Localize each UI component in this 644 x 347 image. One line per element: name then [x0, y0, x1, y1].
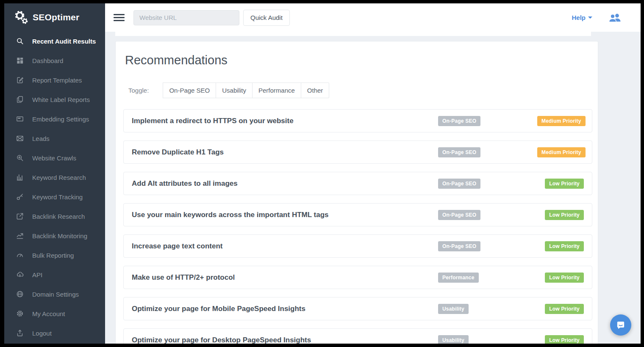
recommendation-title: Implement a redirect to HTTPS on your we…: [132, 117, 438, 125]
sidebar-item-label: Website Crawls: [32, 154, 76, 162]
keyword-research-icon: [16, 173, 24, 182]
recommendations-list: Implement a redirect to HTTPS on your we…: [123, 109, 591, 344]
domain-icon: [16, 290, 24, 298]
page-title: Recommendations: [125, 52, 591, 68]
content-area: Recommendations Toggle: On-Page SEO Usab…: [105, 32, 641, 344]
recommendation-title: Add Alt attributes to all images: [132, 179, 438, 188]
category-badge: Usability: [438, 335, 469, 344]
main-column: Quick Audit Help: [105, 3, 641, 344]
sidebar-item[interactable]: White Label Reports: [4, 90, 105, 109]
report-templates-icon: [16, 76, 24, 84]
priority-badge: Medium Priority: [537, 147, 586, 157]
chat-bubble-icon: [615, 319, 626, 330]
sidebar-item-label: Embedding Settings: [32, 116, 89, 123]
chat-bubble-button[interactable]: [610, 314, 631, 336]
sidebar-item-label: API: [32, 271, 42, 278]
help-label: Help: [572, 14, 586, 21]
category-toggle-button[interactable]: Performance: [252, 83, 301, 98]
recommendation-title: Make use of HTTP/2+ protocol: [132, 273, 438, 282]
recommendation-card[interactable]: Make use of HTTP/2+ protocol Performance…: [123, 266, 592, 289]
category-badge: Usability: [438, 304, 469, 314]
recommendation-card[interactable]: Add Alt attributes to all images On-Page…: [123, 172, 592, 195]
help-menu[interactable]: Help: [572, 14, 592, 21]
dashboard-icon: [16, 56, 24, 65]
sidebar-item[interactable]: Leads: [4, 129, 105, 148]
sidebar-item[interactable]: Recent Audit Results: [4, 31, 105, 51]
sidebar-item[interactable]: Report Templates: [4, 70, 105, 90]
sidebar-item[interactable]: Backlink Monitoring: [4, 226, 105, 245]
category-badge: On-Page SEO: [438, 116, 480, 126]
bulk-reporting-icon: [16, 251, 24, 259]
recommendation-card[interactable]: Use your main keywords across the import…: [123, 203, 592, 226]
quick-audit-button[interactable]: Quick Audit: [243, 10, 290, 26]
sidebar-item[interactable]: Bulk Reporting: [4, 245, 105, 265]
sidebar-item[interactable]: Embedding Settings: [4, 109, 105, 129]
logout-icon: [16, 329, 24, 337]
priority-badge: Low Priority: [545, 273, 584, 283]
sidebar-item[interactable]: My Account: [4, 304, 105, 323]
sidebar-item-label: Backlink Monitoring: [32, 232, 87, 240]
sidebar-item[interactable]: Domain Settings: [4, 284, 105, 304]
recommendation-title: Use your main keywords across the import…: [132, 211, 438, 219]
sidebar-item-label: Bulk Reporting: [32, 252, 74, 259]
recommendation-card[interactable]: Implement a redirect to HTTPS on your we…: [123, 109, 592, 132]
recommendation-card[interactable]: Remove Duplicate H1 Tags On-Page SEO Med…: [123, 140, 592, 164]
scrolled-panel-edge: [115, 32, 591, 36]
priority-badge: Low Priority: [545, 241, 584, 251]
keyword-tracking-icon: [16, 193, 24, 201]
backlink-research-icon: [16, 212, 24, 220]
chevron-down-icon: [588, 17, 592, 19]
sidebar-item-label: Leads: [32, 135, 50, 142]
category-toggle-group: On-Page SEO Usability Performance Other: [163, 83, 329, 98]
menu-toggle-icon[interactable]: [114, 14, 125, 21]
website-url-input[interactable]: [133, 10, 239, 25]
sidebar-item-label: My Account: [32, 310, 65, 317]
recommendation-card[interactable]: Optimize your page for Desktop PageSpeed…: [123, 328, 592, 344]
sidebar: SEOptimer Recent Audit Results Dashboard…: [4, 3, 105, 344]
api-icon: [16, 270, 24, 279]
seoptimer-gears-icon: [14, 10, 29, 25]
sidebar-item-label: Recent Audit Results: [32, 38, 96, 45]
recommendation-card[interactable]: Increase page text content On-Page SEO L…: [123, 234, 592, 258]
priority-badge: Low Priority: [545, 304, 584, 314]
category-badge: On-Page SEO: [438, 147, 480, 157]
sidebar-item-label: Dashboard: [32, 57, 63, 64]
category-badge: On-Page SEO: [438, 179, 480, 189]
sidebar-item[interactable]: API: [4, 265, 105, 284]
account-icon: [16, 309, 24, 318]
priority-badge: Medium Priority: [537, 116, 586, 126]
sidebar-item[interactable]: Keyword Research: [4, 168, 105, 187]
leads-icon: [16, 134, 24, 143]
sidebar-nav: Recent Audit Results Dashboard Report Te…: [4, 31, 105, 343]
sidebar-item-label: White Label Reports: [32, 96, 90, 103]
recommendation-card[interactable]: Optimize your page for Mobile PageSpeed …: [123, 297, 592, 320]
priority-badge: Low Priority: [545, 335, 584, 344]
sidebar-item-label: Keyword Research: [32, 174, 86, 181]
topbar-right: Help: [572, 12, 622, 23]
sidebar-item-label: Keyword Tracking: [32, 193, 83, 201]
account-users-icon[interactable]: [608, 12, 622, 23]
sidebar-item[interactable]: Dashboard: [4, 51, 105, 70]
category-badge: On-Page SEO: [438, 210, 480, 220]
crawls-icon: [16, 154, 24, 162]
embedding-icon: [16, 115, 24, 123]
category-badge: Performance: [438, 273, 479, 283]
sidebar-item-label: Logout: [32, 330, 52, 337]
category-toggle-button[interactable]: On-Page SEO: [163, 83, 216, 98]
white-label-icon: [16, 95, 24, 104]
category-toggle-button[interactable]: Other: [301, 83, 330, 98]
search-icon: [16, 37, 24, 45]
category-toggle-button[interactable]: Usability: [216, 83, 253, 98]
recommendation-title: Increase page text content: [132, 242, 438, 251]
sidebar-item[interactable]: Keyword Tracking: [4, 187, 105, 207]
recommendation-title: Optimize your page for Desktop PageSpeed…: [132, 336, 438, 344]
sidebar-item[interactable]: Backlink Research: [4, 207, 105, 226]
app-title: SEOptimer: [33, 12, 79, 22]
priority-badge: Low Priority: [545, 179, 584, 189]
category-badge: On-Page SEO: [438, 241, 480, 251]
recommendation-title: Remove Duplicate H1 Tags: [132, 148, 438, 157]
sidebar-item[interactable]: Logout: [4, 323, 105, 343]
sidebar-item[interactable]: Website Crawls: [4, 148, 105, 168]
sidebar-item-label: Backlink Research: [32, 213, 85, 220]
app-logo[interactable]: SEOptimer: [4, 3, 105, 31]
